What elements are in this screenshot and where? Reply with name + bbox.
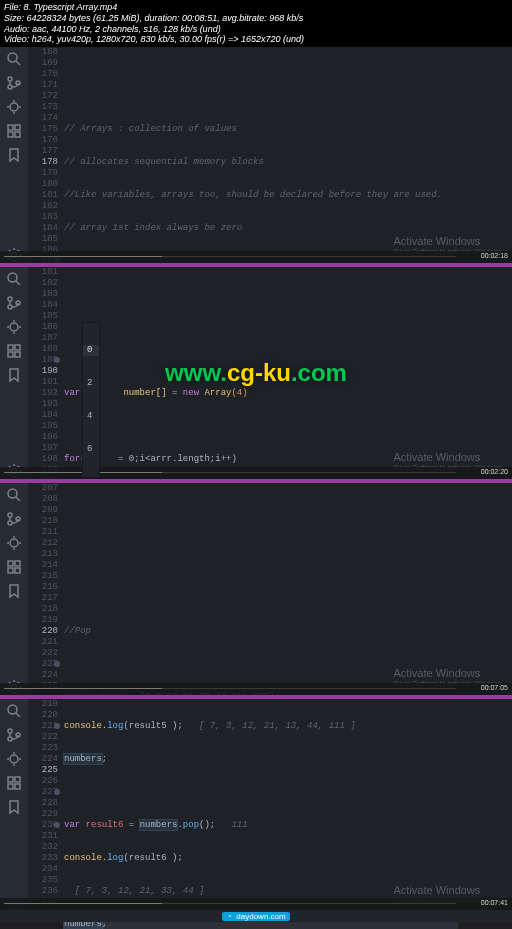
bookmark-icon[interactable] [6, 583, 22, 599]
minimap[interactable] [458, 483, 512, 695]
activity-bar [0, 47, 28, 263]
svg-point-45 [8, 705, 17, 714]
activity-bar [0, 699, 28, 922]
svg-point-50 [10, 755, 18, 763]
search-icon[interactable] [6, 703, 22, 719]
editor-panel-3: 207208209 210211212 213214215 216217218 … [0, 479, 512, 695]
svg-rect-12 [8, 132, 13, 137]
source-control-icon[interactable] [6, 75, 22, 91]
svg-point-47 [8, 729, 12, 733]
minimap[interactable] [458, 267, 512, 479]
svg-point-2 [8, 77, 12, 81]
video-timeline[interactable]: 00:02:20 [0, 467, 512, 479]
debug-icon[interactable] [6, 535, 22, 551]
svg-point-0 [8, 53, 17, 62]
svg-rect-43 [15, 568, 20, 573]
video-timeline[interactable]: 00:07:05 [0, 683, 512, 695]
editor-panel-1: 168169170 171172173 174175176 177178179 … [0, 47, 512, 263]
search-icon[interactable] [6, 51, 22, 67]
media-info-header: File: 8. Typescript Array.mp4 Size: 6422… [0, 0, 512, 47]
video-timeline[interactable]: 00:02:18 [0, 251, 512, 263]
minimap[interactable] [458, 47, 512, 263]
svg-rect-11 [15, 125, 20, 130]
svg-rect-41 [15, 561, 20, 566]
svg-rect-56 [15, 777, 20, 782]
extensions-icon[interactable] [6, 343, 22, 359]
svg-point-30 [8, 489, 17, 498]
line-gutter: 168169170 171172173 174175176 177178179 … [28, 47, 64, 263]
video-timeline[interactable]: 00:07:41 [0, 898, 512, 910]
svg-rect-28 [15, 352, 20, 357]
extensions-icon[interactable] [6, 775, 22, 791]
svg-rect-55 [8, 777, 13, 782]
svg-point-32 [8, 513, 12, 517]
debug-icon[interactable] [6, 99, 22, 115]
svg-rect-27 [8, 352, 13, 357]
bookmark-icon[interactable] [6, 147, 22, 163]
video-line: Video: h264, yuv420p, 1280x720, 830 kb/s… [4, 34, 508, 45]
svg-rect-25 [8, 345, 13, 350]
svg-rect-40 [8, 561, 13, 566]
search-icon[interactable] [6, 487, 22, 503]
file-line: File: 8. Typescript Array.mp4 [4, 2, 508, 13]
activity-bar [0, 267, 28, 479]
source-control-icon[interactable] [6, 727, 22, 743]
bookmark-icon[interactable] [6, 367, 22, 383]
svg-rect-26 [15, 345, 20, 350]
status-bar: daydown.com [0, 910, 512, 922]
audio-line: Audio: aac, 44100 Hz, 2 channels, s16, 1… [4, 24, 508, 35]
code-area-3[interactable]: //Pop var numbers = [7,3,12,21,33,44,111… [64, 483, 458, 695]
download-icon [226, 912, 234, 920]
svg-rect-58 [15, 784, 20, 789]
svg-point-35 [10, 539, 18, 547]
svg-rect-57 [8, 784, 13, 789]
line-gutter: 219220221 222223224 225226227 228229230 … [28, 699, 64, 922]
activity-bar [0, 483, 28, 695]
suggest-popup[interactable]: 0 2 4 6 [82, 322, 100, 478]
extensions-icon[interactable] [6, 123, 22, 139]
debug-icon[interactable] [6, 319, 22, 335]
source-control-icon[interactable] [6, 295, 22, 311]
svg-point-33 [8, 521, 12, 525]
editor-panel-4: 219220221 222223224 225226227 228229230 … [0, 695, 512, 922]
svg-point-20 [10, 323, 18, 331]
svg-point-15 [8, 273, 17, 282]
bookmark-icon[interactable] [6, 799, 22, 815]
svg-point-17 [8, 297, 12, 301]
line-gutter: 181182183 184185186 187188189 190191192 … [28, 267, 64, 479]
svg-rect-13 [15, 132, 20, 137]
svg-line-1 [16, 61, 20, 65]
size-line: Size: 64228324 bytes (61.25 MiB), durati… [4, 13, 508, 24]
search-icon[interactable] [6, 271, 22, 287]
svg-line-16 [16, 281, 20, 285]
svg-point-18 [8, 305, 12, 309]
svg-point-3 [8, 85, 12, 89]
editor-panel-2: 181182183 184185186 187188189 190191192 … [0, 263, 512, 479]
status-pill[interactable]: daydown.com [222, 912, 289, 921]
svg-line-46 [16, 713, 20, 717]
svg-rect-10 [8, 125, 13, 130]
extensions-icon[interactable] [6, 559, 22, 575]
code-area-1[interactable]: // Arrays : collection of values // allo… [64, 47, 458, 263]
source-control-icon[interactable] [6, 511, 22, 527]
svg-rect-42 [8, 568, 13, 573]
svg-line-31 [16, 497, 20, 501]
svg-point-5 [10, 103, 18, 111]
code-area-2[interactable]: var number[] = new Array(4) for( = 0;i<a… [64, 267, 458, 479]
svg-point-48 [8, 737, 12, 741]
debug-icon[interactable] [6, 751, 22, 767]
